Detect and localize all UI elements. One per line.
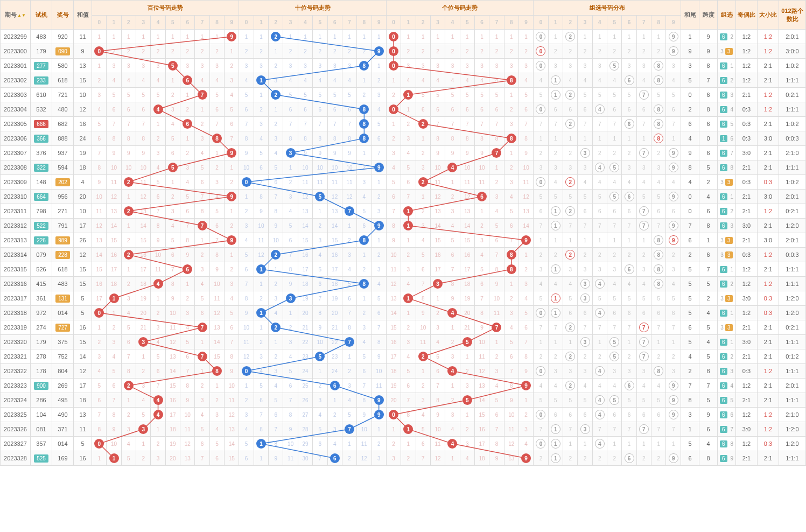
group-digit-8: 7 — [651, 219, 666, 233]
group-digit-6: 3 — [622, 364, 636, 379]
tens-digit-7: 2 — [342, 451, 356, 466]
hundreds-digit-1: 9 — [107, 146, 121, 160]
issue-cell: 2023318 — [1, 306, 31, 320]
digit-header-5: 5 — [165, 16, 180, 30]
units-digit-4: 9 — [445, 146, 460, 160]
tens-digit-6: 13 — [327, 204, 342, 219]
header-group[interactable]: 组选 — [718, 1, 736, 30]
units-digit-2: 3 — [416, 160, 430, 175]
group-digit-8: 8 — [651, 248, 666, 262]
tens-digit-5: 1 — [313, 30, 327, 44]
test-cell: 079 — [31, 248, 52, 262]
group-cell: 33 — [718, 233, 736, 248]
tens-digit-3: 8 — [283, 131, 298, 146]
tens-digit-4: 5 — [298, 88, 312, 102]
route-cell: 2:0:1 — [779, 233, 806, 248]
units-digit-1: 2 — [401, 44, 416, 59]
hundreds-digit-8: 5 — [209, 204, 224, 219]
test-cell: 277 — [31, 59, 52, 73]
header-odd-even[interactable]: 奇偶比 — [736, 1, 758, 30]
tens-digit-3: 2 — [283, 44, 298, 59]
tens-digit-5: 5 — [313, 262, 327, 277]
group-cell: 33 — [718, 291, 736, 306]
units-digit-0: 9 — [386, 233, 401, 248]
group-digit-4: 2 — [592, 248, 607, 262]
tens-digit-7: 7 — [342, 117, 356, 131]
digit-header-8: 8 — [209, 16, 224, 30]
header-big-small[interactable]: 大小比 — [758, 1, 779, 30]
tens-digit-7: 6 — [342, 102, 356, 117]
group-digit-4: 4 — [592, 437, 607, 451]
hundreds-digit-4: 8 — [151, 219, 165, 233]
units-digit-6: 1 — [474, 30, 489, 44]
hundreds-digit-2: 2 — [121, 379, 136, 393]
hundreds-digit-7: 1 — [195, 102, 209, 117]
hundreds-digit-3: 5 — [136, 88, 151, 102]
group-digit-6: 6 — [622, 306, 636, 320]
group-digit-7: 4 — [636, 175, 651, 190]
units-digit-1: 1 — [401, 204, 416, 219]
tens-digit-4: 25 — [298, 379, 312, 393]
header-issue[interactable]: 期号▲▼ — [1, 1, 31, 30]
hundreds-digit-9: 6 — [225, 320, 239, 335]
units-digit-2: 3 — [416, 393, 430, 408]
group-digit-9: 3 — [666, 364, 681, 379]
sum-cell: 11 — [74, 30, 92, 44]
tens-digit-5: 7 — [313, 451, 327, 466]
hundreds-digit-8: 1 — [209, 146, 224, 160]
tens-digit-3: 1 — [283, 160, 298, 175]
odd-even-cell: 2:1 — [736, 204, 758, 219]
hundreds-digit-9: 11 — [225, 393, 239, 408]
group-digit-5: 2 — [607, 44, 622, 59]
test-cell: 274 — [31, 320, 52, 335]
tens-digit-3: 7 — [283, 393, 298, 408]
route-cell: 1:2:0 — [779, 422, 806, 437]
units-digit-9: 9 — [518, 146, 533, 160]
units-digit-4: 4 — [445, 219, 460, 233]
tens-digit-1: 1 — [254, 88, 268, 102]
header-tail[interactable]: 和尾 — [681, 1, 699, 30]
hundreds-digit-8: 6 — [209, 451, 224, 466]
hundreds-digit-6: 5 — [180, 335, 195, 349]
group-digit-8: 8 — [651, 102, 666, 117]
units-digit-2: 2 — [416, 44, 430, 59]
hundreds-digit-2: 2 — [121, 248, 136, 262]
tens-digit-4: 11 — [298, 175, 312, 190]
issue-cell: 2023323 — [1, 379, 31, 393]
odd-even-cell: 0:3 — [736, 364, 758, 379]
units-digit-2: 9 — [416, 306, 430, 320]
group-digit-6: 5 — [622, 393, 636, 408]
header-span[interactable]: 跨度 — [699, 1, 718, 30]
span-cell: 8 — [699, 102, 718, 117]
header-test[interactable]: 试机 — [31, 1, 52, 30]
group-digit-0: 1 — [534, 131, 548, 146]
hundreds-digit-5: 17 — [165, 408, 180, 422]
tens-digit-2: 1 — [269, 44, 283, 59]
tail-cell: 2 — [681, 364, 699, 379]
header-prize[interactable]: 奖号 — [52, 1, 74, 30]
table-row: 2023322178804124582614718904352412426101… — [1, 364, 806, 379]
digit-header-3: 3 — [136, 16, 151, 30]
tens-digit-8: 1 — [357, 291, 372, 306]
group-digit-0: 0 — [534, 408, 548, 422]
tail-cell: 1 — [681, 30, 699, 44]
issue-cell: 2023310 — [1, 190, 31, 204]
units-digit-3: 2 — [430, 306, 445, 320]
tens-digit-9: 3 — [372, 262, 386, 277]
units-digit-9: 9 — [518, 451, 533, 466]
tens-digit-3: 8 — [283, 408, 298, 422]
header-route[interactable]: 012路个数比 — [779, 1, 806, 30]
tail-cell: 1 — [681, 422, 699, 437]
table-row: 2023299483920111111111119112111111101111… — [1, 30, 806, 44]
tens-digit-0: 7 — [239, 117, 254, 131]
hundreds-digit-3: 2 — [136, 364, 151, 379]
header-sum[interactable]: 和值 — [74, 1, 92, 30]
tens-digit-7: 3 — [342, 59, 356, 73]
route-cell: 1:1:1 — [779, 277, 806, 291]
tens-digit-1: 4 — [254, 364, 268, 379]
tens-digit-0: 0 — [239, 364, 254, 379]
hundreds-digit-2: 4 — [121, 437, 136, 451]
tens-digit-6: 3 — [327, 422, 342, 437]
hundreds-digit-9: 1 — [225, 248, 239, 262]
group-digit-8: 6 — [651, 204, 666, 219]
